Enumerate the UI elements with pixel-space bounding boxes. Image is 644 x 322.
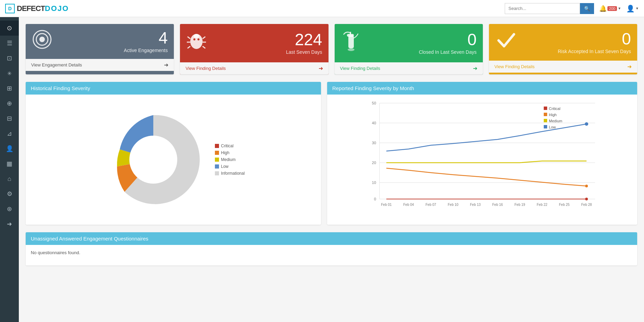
medium-color [215,158,219,162]
target-icon [32,29,52,54]
view-finding-details-link-yellow[interactable]: View Finding Details [494,64,535,69]
settings-icon: ⚙ [7,190,12,198]
sidebar-item-findings[interactable]: ☰ [0,36,19,51]
svg-line-10 [203,46,205,48]
file-icon: ⊟ [7,115,12,122]
legend-informational-label: Informational [221,171,245,176]
charts-row: Historical Finding Severity [26,82,637,225]
legend-critical: Critical [215,144,245,148]
sidebar-item-home[interactable]: ⌂ [0,171,19,186]
svg-rect-48 [544,119,547,122]
svg-text:Feb 07: Feb 07 [425,203,436,207]
svg-rect-46 [544,113,547,116]
sidebar-item-help[interactable]: ⊛ [0,201,19,216]
sidebar-item-user[interactable]: 👤 [0,141,19,156]
svg-text:Feb 10: Feb 10 [448,203,459,207]
svg-rect-15 [350,32,351,35]
donut-legend: Critical High Medium Low [215,144,245,176]
svg-point-12 [197,38,199,40]
chart-icon: ⊿ [7,130,12,137]
brand-text-dojo: DOJO [45,4,69,13]
historical-severity-chart: Historical Finding Severity [26,82,321,225]
org-icon: ⊕ [7,100,12,107]
inbox-icon: ⊡ [7,54,12,62]
svg-text:Feb 22: Feb 22 [537,203,548,207]
svg-point-43 [585,198,588,200]
high-color [215,151,219,155]
svg-point-16 [348,48,355,51]
stat-card-risk-accepted: 0 Risk Accepted In Last Seven Days View … [489,24,637,74]
sidebar-item-chart[interactable]: ⊿ [0,126,19,141]
svg-point-17 [129,136,177,184]
questionnaires-section: Unassigned Answered Engagement Questionn… [26,232,637,265]
svg-rect-13 [348,35,354,48]
bug-stat-icon [186,29,207,57]
user-caret-icon: ▼ [635,7,639,10]
logout-icon: ➜ [7,220,12,228]
monthly-severity-chart: Reported Finding Severity by Month 50 40… [327,82,637,225]
svg-line-6 [203,37,205,39]
view-finding-details-link-red[interactable]: View Finding Details [185,66,226,71]
sidebar-item-bugs[interactable]: ✳ [0,66,19,81]
user-sidebar-icon: 👤 [6,145,13,152]
svg-point-11 [193,38,195,40]
svg-text:30: 30 [372,141,376,145]
last-seven-days-number: 224 [286,32,322,48]
sidebar-item-org[interactable]: ⊕ [0,96,19,111]
sidebar-item-inbox[interactable]: ⊡ [0,51,19,66]
svg-text:20: 20 [372,161,376,165]
svg-rect-50 [544,125,547,128]
finding-yellow-arrow-icon: ➜ [627,63,632,70]
svg-line-5 [188,37,190,39]
stat-card-last-seven-days: 224 Last Seven Days View Finding Details… [180,24,328,74]
search-button[interactable]: 🔍 [580,3,594,14]
search-input[interactable] [505,3,580,14]
notification-bell[interactable]: 🔔 200 ▼ [599,5,621,12]
donut-svg [102,108,205,211]
donut-wrapper: Critical High Medium Low [31,108,316,211]
notif-caret-icon: ▼ [618,7,621,10]
finding-red-arrow-icon: ➜ [319,65,323,72]
sidebar-item-file[interactable]: ⊟ [0,111,19,126]
user-menu[interactable]: 👤 ▼ [626,4,639,13]
svg-text:40: 40 [372,121,376,125]
svg-text:Feb 19: Feb 19 [514,203,525,207]
questionnaires-header: Unassigned Answered Engagement Questionn… [26,232,637,245]
sidebar-item-logout[interactable]: ➜ [0,216,19,232]
legend-high-label: High [221,150,230,155]
legend-medium: Medium [215,157,245,162]
brand-logo: D DEFECT DOJO [5,4,69,13]
active-engagements-number: 4 [124,30,168,46]
svg-text:50: 50 [372,101,376,105]
svg-rect-4 [194,34,199,38]
svg-point-41 [585,122,588,126]
engagement-arrow-icon: ➜ [164,62,168,68]
informational-color [215,171,219,175]
sidebar-item-calendar[interactable]: ▦ [0,156,19,171]
legend-critical-label: Critical [221,144,234,148]
stat-card-closed-seven-days: 0 Closed In Last Seven Days View Finding… [335,24,483,74]
svg-text:0: 0 [374,197,376,201]
extinguisher-icon [341,29,360,57]
legend-low-label: Low [221,164,229,169]
list-icon: ☰ [7,39,12,47]
closed-seven-days-number: 0 [419,32,477,48]
sidebar-item-dashboard[interactable]: ⊙ [0,21,19,36]
legend-high: High [215,150,245,155]
risk-accepted-number: 0 [558,31,631,47]
svg-text:Feb 13: Feb 13 [470,203,481,207]
view-finding-details-link-green[interactable]: View Finding Details [340,66,381,71]
sidebar-item-settings[interactable]: ⚙ [0,186,19,201]
view-engagement-details-link[interactable]: View Engagement Details [31,62,82,67]
svg-text:10: 10 [372,181,376,185]
brand-icon: D [5,4,15,13]
stat-card-active-engagements: 4 Active Engagements View Engagement Det… [26,24,174,74]
search-form: 🔍 [505,3,594,14]
help-icon: ⊛ [7,205,12,213]
sidebar-item-grid[interactable]: ⊞ [0,81,19,96]
bug-icon: ✳ [7,70,12,77]
active-engagements-label: Active Engagements [124,48,168,53]
svg-text:High: High [549,113,557,117]
critical-color [215,144,219,148]
finding-green-arrow-icon: ➜ [473,65,477,72]
